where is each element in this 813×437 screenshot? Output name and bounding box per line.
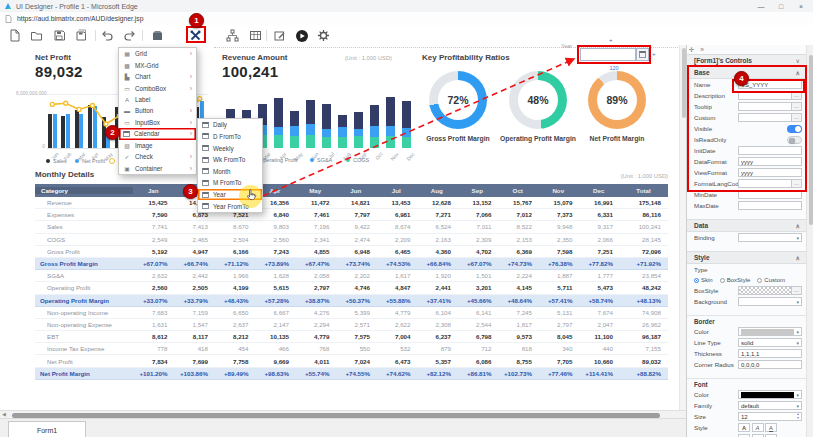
menu-item-combobox[interactable]: ▭ComboBox› <box>119 82 196 93</box>
color-input[interactable]: ▾ <box>738 390 802 400</box>
new-file-button[interactable] <box>7 28 22 43</box>
isreadonly-toggle[interactable] <box>787 136 802 144</box>
thickness-input[interactable]: 1,1,1,1 <box>738 349 802 359</box>
url-text[interactable]: https://aud.bimatrix.com/AUD/designer.js… <box>17 15 144 22</box>
color-input[interactable]: ▾ <box>738 327 802 337</box>
open-button[interactable] <box>29 28 44 43</box>
menu-item-grid[interactable]: ▦Grid› <box>119 48 196 59</box>
family-input[interactable]: default▾ <box>738 401 802 411</box>
menu-item-button[interactable]: ▬Button› <box>119 105 196 116</box>
menu-item-label[interactable]: ALabel <box>119 94 196 105</box>
components-button[interactable] <box>150 28 165 43</box>
formatlangcode-input[interactable] <box>738 179 792 189</box>
maximize-button[interactable]: □ <box>771 3 791 10</box>
save-button[interactable] <box>52 28 67 43</box>
boxstyle-input[interactable] <box>738 286 792 296</box>
calendar-widget-button[interactable] <box>636 48 649 61</box>
submenu-item-d-fromto[interactable]: D FromTo <box>198 131 262 143</box>
menu-item-inputbox[interactable]: ▭InputBox› <box>119 117 196 128</box>
menu-item-image[interactable]: ▨Image <box>119 140 196 151</box>
save-all-button[interactable] <box>74 28 89 43</box>
undo-button[interactable] <box>100 28 115 43</box>
custom-input[interactable] <box>738 113 792 123</box>
description-input[interactable] <box>738 91 792 101</box>
minimize-button[interactable]: — <box>751 3 771 10</box>
hierarchy-button[interactable] <box>225 28 240 43</box>
submenu-item-wk-fromto[interactable]: Wk FromTo <box>198 154 262 166</box>
run-button[interactable] <box>294 28 309 43</box>
line-type-input[interactable]: solid▾ <box>738 338 802 348</box>
visible-toggle[interactable] <box>787 125 802 133</box>
address-bar[interactable]: https://aud.bimatrix.com/AUD/designer.js… <box>0 12 813 26</box>
ellipsis-button[interactable]: ··· <box>792 179 802 189</box>
scroll-left-arrow-icon[interactable]: ◀ <box>2 411 6 417</box>
dataformat-input[interactable]: yyyy <box>738 157 802 167</box>
radio-skin[interactable] <box>694 278 699 283</box>
resize-handle-top[interactable]: + <box>609 37 613 43</box>
tooltip-input[interactable] <box>738 102 792 112</box>
design-tools-button[interactable] <box>188 28 203 43</box>
mindate-input[interactable] <box>738 190 802 200</box>
ellipsis-button[interactable]: ··· <box>792 102 802 112</box>
submenu-item-month[interactable]: Month <box>198 166 262 178</box>
menu-item-container[interactable]: ▣Container› <box>119 163 196 174</box>
edit-button[interactable] <box>272 28 287 43</box>
panel-dock-icons[interactable]: ✛ » <box>689 46 706 54</box>
table-cell: +55.88% <box>376 297 417 304</box>
spinner-buttons[interactable]: ▴▾ <box>797 413 799 420</box>
submenu-item-weekly[interactable]: Weekly <box>198 142 262 154</box>
ellipsis-button[interactable]: ··· <box>792 286 802 296</box>
ellipsis-button[interactable]: ··· <box>792 91 802 101</box>
property-row-tooltip: Tooltip··· <box>687 101 807 112</box>
italic-button[interactable]: A <box>752 423 764 433</box>
tab-form1[interactable]: Form1 <box>8 421 86 437</box>
close-button[interactable]: × <box>791 3 811 10</box>
menu-item-calendar[interactable]: Calendar› <box>119 128 196 139</box>
background-input[interactable]: ▾ <box>738 297 802 307</box>
resize-handle-right[interactable]: + <box>652 51 656 57</box>
property-label: Thickness <box>694 350 738 357</box>
submenu-item-label: Wk FromTo <box>213 156 245 163</box>
maxdate-input[interactable] <box>738 201 802 211</box>
ellipsis-button[interactable]: ··· <box>792 113 802 123</box>
color-swatch <box>741 329 794 335</box>
menu-item-chart[interactable]: ▙Chart› <box>119 71 196 82</box>
designer-canvas[interactable]: Net Profit 89,032 6,000,000,000 0 JanFeb… <box>0 45 686 410</box>
table-cell: 12,628 <box>417 199 458 206</box>
section-header-data[interactable]: Data∧ <box>687 219 807 232</box>
horizontal-scrollbar-thumb[interactable] <box>12 413 660 418</box>
table-cell: 4,145 <box>498 284 539 291</box>
bold-button[interactable]: A <box>738 423 750 433</box>
table-cell: +67.07% <box>457 260 498 267</box>
input-value: yyyy <box>741 170 753 176</box>
table-cell: 7,012 <box>498 211 539 218</box>
redo-button[interactable] <box>122 28 137 43</box>
radio-boxstyle[interactable] <box>720 278 725 283</box>
panel-scrollbar-thumb[interactable] <box>809 55 813 225</box>
calendar-widget-input[interactable] <box>580 48 636 61</box>
menu-item-check[interactable]: ✓Check› <box>119 151 196 162</box>
table-cell: +73.74% <box>336 260 377 267</box>
property-control <box>738 146 802 156</box>
table-cell: 712 <box>457 345 498 352</box>
panel-scrollbar[interactable] <box>806 45 813 437</box>
section-header-style[interactable]: Style∧ <box>687 251 807 264</box>
radio-custom[interactable] <box>757 278 762 283</box>
table-cell: +33.07% <box>133 297 174 304</box>
panel-header[interactable]: [Form1]'s Controls ∨ <box>687 54 807 66</box>
data-grid-button[interactable] <box>248 28 263 43</box>
donut-value: 72% <box>438 80 478 120</box>
settings-button[interactable] <box>316 28 331 43</box>
corner-radius-input[interactable]: 0,0,0,0 <box>738 360 802 370</box>
property-label: FormatLangCode <box>694 180 738 187</box>
size-input[interactable]: 12▴▾ <box>738 412 802 422</box>
initdate-input[interactable] <box>738 146 802 156</box>
binding-input[interactable]: ▾ <box>738 233 802 243</box>
property-control <box>738 125 802 133</box>
table-cell: +98.63% <box>255 370 296 377</box>
underline-button[interactable]: A <box>765 423 777 433</box>
viewformat-input[interactable]: yyyy <box>738 168 802 178</box>
menu-item-mx-grid[interactable]: ▩MX-Grid <box>119 59 196 70</box>
submenu-item-daily[interactable]: Daily <box>198 119 262 131</box>
canvas-vertical-scrollbar-thumb[interactable] <box>682 48 686 118</box>
